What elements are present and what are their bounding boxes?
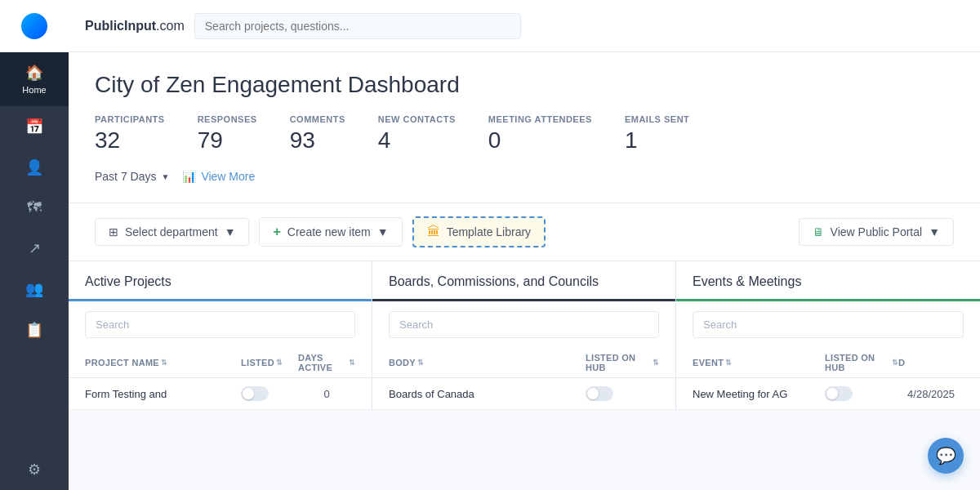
active-projects-search[interactable] <box>85 311 355 338</box>
chat-icon: 💬 <box>936 446 956 466</box>
event-date-cell: 4/28/2025 <box>898 388 964 400</box>
boards-header: Boards, Commissions, and Councils <box>372 261 675 301</box>
filter-row: Past 7 Days ▼ 📊 View More <box>95 167 954 186</box>
project-name-header: Project Name ⇅ <box>85 353 241 372</box>
search-input[interactable] <box>194 13 521 39</box>
sidebar-item-share[interactable]: ↗ <box>0 228 69 269</box>
chevron-down-icon: ▼ <box>161 172 169 181</box>
stat-emails-sent: EMAILS SENT 1 <box>625 114 689 154</box>
sidebar: 🏠 Home 📅 👤 🗺 ↗ 👥 📋 ⚙ <box>0 0 69 490</box>
listed-on-hub-header: Listed on hub ⇅ <box>586 353 659 372</box>
settings-icon: ⚙ <box>28 461 41 479</box>
events-date-header: D <box>898 353 964 372</box>
sidebar-item-maps[interactable]: 🗺 <box>0 188 69 228</box>
stat-label-meeting-attendees: MEETING ATTENDEES <box>488 114 592 124</box>
stat-value-emails-sent: 1 <box>625 127 689 154</box>
stat-label-emails-sent: EMAILS SENT <box>625 114 689 124</box>
sidebar-item-label: Home <box>22 85 46 95</box>
days-value-cell: 0 <box>298 388 355 400</box>
view-public-portal-button[interactable]: 🖥 View Public Portal ▼ <box>799 218 954 246</box>
active-projects-column: Active Projects Project Name ⇅ Listed ⇅ <box>69 261 372 410</box>
stat-participants: PARTICIPANTS 32 <box>95 114 165 154</box>
boards-toggle[interactable] <box>586 386 613 401</box>
boards-search-wrapper <box>372 301 675 348</box>
table-row: Form Testing and 0 <box>69 378 372 410</box>
active-projects-header: Active Projects <box>69 261 372 301</box>
sidebar-item-users[interactable]: 👥 <box>0 269 69 310</box>
body-header: Body ⇅ <box>389 353 586 372</box>
columns-area: Active Projects Project Name ⇅ Listed ⇅ <box>69 261 980 426</box>
sidebar-item-contacts[interactable]: 👤 <box>0 147 69 188</box>
stat-label-new-contacts: NEW CONTACTS <box>378 114 456 124</box>
stat-comments: COMMENTS 93 <box>290 114 345 154</box>
chat-bubble-button[interactable]: 💬 <box>928 438 964 474</box>
sidebar-item-reports[interactable]: 📋 <box>0 310 69 350</box>
chart-icon: 📊 <box>182 170 196 183</box>
stat-value-participants: 32 <box>95 127 165 154</box>
date-filter-button[interactable]: Past 7 Days ▼ <box>95 167 169 186</box>
events-header: Events & Meetings <box>676 261 980 301</box>
view-portal-label: View Public Portal <box>831 225 923 238</box>
select-department-button[interactable]: ⊞ Select department ▼ <box>95 218 249 246</box>
topbar: PublicInput.com <box>69 0 980 52</box>
plus-icon: + <box>273 225 280 239</box>
view-more-button[interactable]: 📊 View More <box>182 170 255 183</box>
sort-icon-events-hub: ⇅ <box>892 359 898 367</box>
date-filter-label: Past 7 Days <box>95 170 156 183</box>
toolbar: ⊞ Select department ▼ + Create new item … <box>69 203 980 261</box>
sort-icon-body: ⇅ <box>417 359 424 367</box>
page-title: City of Zen Engagement Dashboard <box>95 72 954 98</box>
active-projects-table-header: Project Name ⇅ Listed ⇅ Days Active ⇅ <box>69 348 372 378</box>
stat-label-responses: RESPONSES <box>198 114 257 124</box>
sort-icon: ⇅ <box>161 359 167 367</box>
stat-responses: RESPONSES 79 <box>198 114 257 154</box>
events-column: Events & Meetings Event ⇅ Listed on hub … <box>676 261 980 410</box>
create-new-item-button[interactable]: + Create new item ▼ <box>259 217 402 247</box>
logo-icon <box>21 13 47 39</box>
events-table-header: Event ⇅ Listed on hub ⇅ D <box>676 348 980 378</box>
table-row: Boards of Canada <box>372 378 675 410</box>
sort-icon-hub: ⇅ <box>653 359 659 367</box>
active-projects-title: Active Projects <box>85 274 355 299</box>
days-active-header: Days Active ⇅ <box>298 353 355 372</box>
sidebar-item-calendar[interactable]: 📅 <box>0 106 69 147</box>
events-title: Events & Meetings <box>693 274 964 299</box>
table-row: New Meeting for AG 4/28/2025 <box>676 378 980 410</box>
calendar-icon: 📅 <box>25 118 43 136</box>
events-search[interactable] <box>693 311 964 338</box>
boards-search[interactable] <box>389 311 659 338</box>
dashboard-area: City of Zen Engagement Dashboard PARTICI… <box>69 52 980 490</box>
reports-icon: 📋 <box>25 321 43 339</box>
users-icon: 👥 <box>25 280 43 298</box>
map-icon: 🗺 <box>27 199 42 216</box>
create-new-label: Create new item <box>287 225 371 238</box>
chevron-down-icon: ▼ <box>225 225 236 238</box>
stat-label-participants: PARTICIPANTS <box>95 114 165 124</box>
chevron-down-icon-portal: ▼ <box>929 225 940 238</box>
contact-icon: 👤 <box>25 158 43 176</box>
sort-icon-days: ⇅ <box>349 359 355 367</box>
sidebar-item-home[interactable]: 🏠 Home <box>0 52 69 106</box>
body-name-cell: Boards of Canada <box>389 388 586 400</box>
stat-meeting-attendees: MEETING ATTENDEES 0 <box>488 114 592 154</box>
stat-label-comments: COMMENTS <box>290 114 345 124</box>
sidebar-item-settings[interactable]: ⚙ <box>0 449 69 490</box>
sort-icon-listed: ⇅ <box>276 359 283 367</box>
stats-row: PARTICIPANTS 32 RESPONSES 79 COMMENTS 93… <box>95 114 954 154</box>
template-library-label: Template Library <box>447 225 532 238</box>
stat-value-responses: 79 <box>198 127 257 154</box>
project-name-cell: Form Testing and <box>85 388 241 400</box>
boards-table-header: Body ⇅ Listed on hub ⇅ <box>372 348 675 378</box>
template-icon: 🏛 <box>427 225 440 239</box>
chevron-down-icon-create: ▼ <box>377 225 389 238</box>
event-header: Event ⇅ <box>693 353 825 372</box>
select-department-label: Select department <box>125 225 218 238</box>
logo-area <box>0 0 69 52</box>
event-name-cell: New Meeting for AG <box>693 388 825 400</box>
home-icon: 🏠 <box>25 64 43 82</box>
stat-value-meeting-attendees: 0 <box>488 127 592 154</box>
events-toggle[interactable] <box>825 386 853 401</box>
listed-toggle[interactable] <box>241 386 269 401</box>
template-library-button[interactable]: 🏛 Template Library <box>412 216 546 247</box>
stat-value-comments: 93 <box>290 127 345 154</box>
